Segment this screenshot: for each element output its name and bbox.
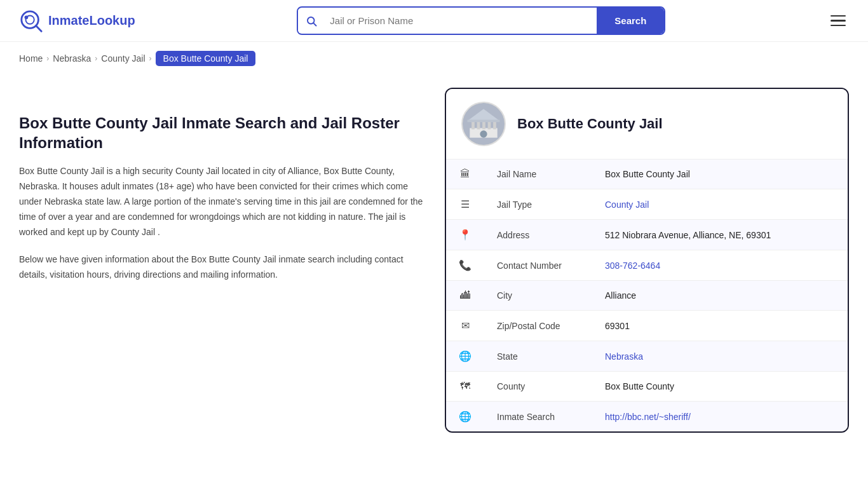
- table-row: ✉Zip/Postal Code69301: [446, 311, 848, 341]
- page-description-2: Below we have given information about th…: [19, 252, 426, 283]
- table-row: 📍Address512 Niobrara Avenue, Alliance, N…: [446, 220, 848, 250]
- row-icon: 🏙: [446, 281, 484, 311]
- breadcrumb-home[interactable]: Home: [19, 53, 43, 64]
- row-icon: 📞: [446, 250, 484, 281]
- courthouse-icon: [463, 103, 505, 145]
- logo-icon: [19, 9, 43, 33]
- row-label: Jail Name: [484, 159, 592, 189]
- page-description-1: Box Butte County Jail is a high security…: [19, 164, 426, 240]
- row-label: Jail Type: [484, 189, 592, 220]
- svg-rect-11: [488, 121, 491, 129]
- breadcrumb: Home › Nebraska › County Jail › Box Butt…: [0, 42, 868, 75]
- row-label: Inmate Search: [484, 402, 592, 432]
- row-label: State: [484, 341, 592, 372]
- search-wrapper: Search: [297, 6, 665, 35]
- table-row: 🌐StateNebraska: [446, 341, 848, 372]
- breadcrumb-state[interactable]: Nebraska: [53, 53, 91, 64]
- breadcrumb-current: Box Butte County Jail: [156, 51, 256, 66]
- row-link[interactable]: 308-762-6464: [605, 261, 660, 271]
- logo-text: InmateLookup: [48, 13, 135, 28]
- row-link[interactable]: Nebraska: [605, 351, 643, 362]
- row-value[interactable]: Nebraska: [592, 341, 848, 372]
- row-value[interactable]: County Jail: [592, 189, 848, 220]
- row-label: Contact Number: [484, 250, 592, 281]
- search-area: Search: [297, 6, 665, 35]
- breadcrumb-chevron-2: ›: [95, 54, 97, 63]
- left-panel: Box Butte County Jail Inmate Search and …: [19, 88, 426, 433]
- svg-line-5: [314, 23, 316, 25]
- row-icon: ☰: [446, 189, 484, 220]
- table-row: 📞Contact Number308-762-6464: [446, 250, 848, 281]
- row-value: 512 Niobrara Avenue, Alliance, NE, 69301: [592, 220, 848, 250]
- table-row: ☰Jail TypeCounty Jail: [446, 189, 848, 220]
- logo-part2: Lookup: [89, 13, 135, 27]
- row-label: Address: [484, 220, 592, 250]
- row-value: Box Butte County: [592, 372, 848, 402]
- search-icon: [298, 9, 325, 33]
- search-button[interactable]: Search: [597, 8, 664, 34]
- jail-image: [461, 102, 506, 146]
- row-value: 69301: [592, 311, 848, 341]
- menu-line-1: [831, 15, 846, 17]
- card-header: Box Butte County Jail: [446, 89, 848, 159]
- row-value[interactable]: http://bbc.net/~sheriff/: [592, 402, 848, 432]
- svg-rect-10: [482, 121, 485, 129]
- row-link[interactable]: http://bbc.net/~sheriff/: [605, 412, 691, 422]
- svg-rect-12: [493, 121, 496, 129]
- svg-rect-15: [480, 130, 487, 137]
- table-row: 🏛Jail NameBox Butte County Jail: [446, 159, 848, 189]
- row-value: Box Butte County Jail: [592, 159, 848, 189]
- table-row: 🏙CityAlliance: [446, 281, 848, 311]
- menu-line-2: [831, 20, 846, 22]
- card-title: Box Butte County Jail: [517, 116, 663, 132]
- row-icon: 🏛: [446, 159, 484, 189]
- breadcrumb-chevron-1: ›: [46, 54, 49, 63]
- main-content: Box Butte County Jail Inmate Search and …: [0, 75, 868, 458]
- svg-rect-8: [471, 121, 475, 129]
- breadcrumb-chevron-3: ›: [149, 54, 152, 63]
- row-icon: 🌐: [446, 341, 484, 372]
- page-title: Box Butte County Jail Inmate Search and …: [19, 113, 426, 152]
- row-label: Zip/Postal Code: [484, 311, 592, 341]
- row-label: City: [484, 281, 592, 311]
- search-input[interactable]: [325, 9, 597, 32]
- row-label: County: [484, 372, 592, 402]
- menu-line-3: [831, 25, 846, 27]
- jail-info-card: Box Butte County Jail 🏛Jail NameBox Butt…: [445, 88, 849, 433]
- breadcrumb-category[interactable]: County Jail: [101, 53, 145, 64]
- svg-rect-9: [477, 121, 480, 129]
- row-icon: ✉: [446, 311, 484, 341]
- info-table: 🏛Jail NameBox Butte County Jail☰Jail Typ…: [446, 159, 848, 431]
- svg-rect-14: [468, 119, 500, 122]
- row-icon: 🗺: [446, 372, 484, 402]
- table-row: 🗺CountyBox Butte County: [446, 372, 848, 402]
- svg-line-2: [36, 25, 42, 31]
- row-link[interactable]: County Jail: [605, 200, 649, 210]
- row-icon: 📍: [446, 220, 484, 250]
- row-icon: 🌐: [446, 402, 484, 432]
- logo-link[interactable]: InmateLookup: [19, 9, 135, 33]
- header: InmateLookup Search: [0, 0, 868, 42]
- hamburger-menu-button[interactable]: [827, 12, 849, 30]
- svg-point-3: [25, 15, 29, 19]
- row-value: Alliance: [592, 281, 848, 311]
- logo-part1: Inmate: [48, 13, 89, 27]
- table-row: 🌐Inmate Searchhttp://bbc.net/~sheriff/: [446, 402, 848, 432]
- row-value[interactable]: 308-762-6464: [592, 250, 848, 281]
